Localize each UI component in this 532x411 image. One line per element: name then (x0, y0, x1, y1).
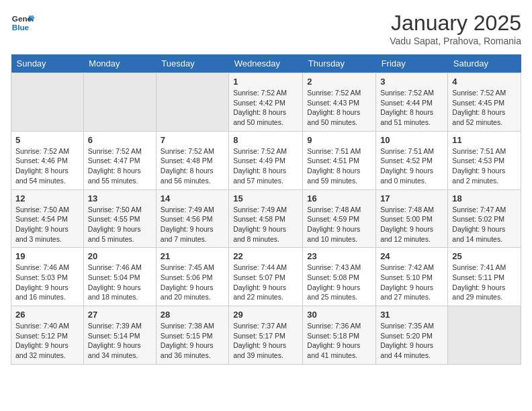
day-number: 13 (88, 193, 152, 203)
day-info: Sunrise: 7:52 AM Sunset: 4:45 PM Dayligh… (452, 88, 517, 128)
calendar-week-1: 1Sunrise: 7:52 AM Sunset: 4:42 PM Daylig… (11, 73, 521, 132)
day-number: 31 (380, 310, 443, 320)
calendar-cell: 30Sunrise: 7:36 AM Sunset: 5:18 PM Dayli… (303, 306, 376, 365)
day-number: 10 (380, 135, 443, 145)
calendar-cell: 13Sunrise: 7:50 AM Sunset: 4:55 PM Dayli… (83, 189, 156, 248)
day-header-friday: Friday (376, 54, 448, 73)
day-number: 14 (161, 193, 224, 203)
day-number: 9 (307, 135, 371, 145)
calendar-cell: 21Sunrise: 7:45 AM Sunset: 5:06 PM Dayli… (156, 248, 228, 306)
day-number: 17 (380, 193, 443, 203)
calendar-cell: 29Sunrise: 7:37 AM Sunset: 5:17 PM Dayli… (229, 306, 303, 365)
day-info: Sunrise: 7:51 AM Sunset: 4:51 PM Dayligh… (307, 146, 371, 186)
calendar-cell: 4Sunrise: 7:52 AM Sunset: 4:45 PM Daylig… (448, 73, 521, 132)
svg-text:Blue: Blue (12, 23, 30, 32)
calendar-cell (11, 73, 84, 132)
day-number: 18 (452, 193, 517, 203)
day-info: Sunrise: 7:35 AM Sunset: 5:20 PM Dayligh… (380, 321, 443, 361)
logo: General Blue (11, 11, 35, 35)
day-number: 21 (161, 251, 224, 261)
calendar-cell: 12Sunrise: 7:50 AM Sunset: 4:54 PM Dayli… (11, 189, 84, 248)
calendar-cell: 23Sunrise: 7:43 AM Sunset: 5:08 PM Dayli… (303, 248, 376, 306)
day-info: Sunrise: 7:49 AM Sunset: 4:56 PM Dayligh… (161, 205, 224, 244)
day-header-monday: Monday (83, 54, 156, 73)
calendar-cell: 16Sunrise: 7:48 AM Sunset: 4:59 PM Dayli… (303, 189, 376, 248)
day-number: 28 (161, 310, 224, 320)
location-subtitle: Vadu Sapat, Prahova, Romania (390, 36, 521, 46)
day-number: 22 (233, 251, 298, 261)
day-info: Sunrise: 7:52 AM Sunset: 4:43 PM Dayligh… (307, 88, 371, 128)
calendar-cell: 17Sunrise: 7:48 AM Sunset: 5:00 PM Dayli… (376, 189, 448, 248)
day-number: 24 (380, 251, 443, 261)
calendar-cell: 31Sunrise: 7:35 AM Sunset: 5:20 PM Dayli… (376, 306, 448, 365)
day-info: Sunrise: 7:40 AM Sunset: 5:12 PM Dayligh… (15, 321, 79, 361)
day-number: 25 (452, 251, 517, 261)
calendar-cell: 7Sunrise: 7:52 AM Sunset: 4:48 PM Daylig… (156, 131, 228, 189)
day-info: Sunrise: 7:52 AM Sunset: 4:49 PM Dayligh… (233, 146, 298, 186)
calendar-cell: 11Sunrise: 7:51 AM Sunset: 4:53 PM Dayli… (448, 131, 521, 189)
day-number: 6 (88, 135, 152, 145)
day-info: Sunrise: 7:52 AM Sunset: 4:48 PM Dayligh… (161, 146, 224, 186)
day-info: Sunrise: 7:52 AM Sunset: 4:42 PM Dayligh… (233, 88, 298, 128)
calendar-cell: 24Sunrise: 7:42 AM Sunset: 5:10 PM Dayli… (376, 248, 448, 306)
month-title: January 2025 (390, 11, 521, 36)
day-header-thursday: Thursday (303, 54, 376, 73)
day-info: Sunrise: 7:50 AM Sunset: 4:54 PM Dayligh… (15, 205, 79, 244)
day-info: Sunrise: 7:48 AM Sunset: 5:00 PM Dayligh… (380, 205, 443, 244)
calendar-table: SundayMondayTuesdayWednesdayThursdayFrid… (11, 54, 521, 365)
calendar-cell: 5Sunrise: 7:52 AM Sunset: 4:46 PM Daylig… (11, 131, 84, 189)
calendar-cell: 20Sunrise: 7:46 AM Sunset: 5:04 PM Dayli… (83, 248, 156, 306)
day-number: 12 (15, 193, 79, 203)
day-number: 15 (233, 193, 298, 203)
day-number: 3 (380, 77, 443, 87)
calendar-cell: 18Sunrise: 7:47 AM Sunset: 5:02 PM Dayli… (448, 189, 521, 248)
day-number: 11 (452, 135, 517, 145)
calendar-cell: 28Sunrise: 7:38 AM Sunset: 5:15 PM Dayli… (156, 306, 228, 365)
day-header-saturday: Saturday (448, 54, 521, 73)
day-info: Sunrise: 7:48 AM Sunset: 4:59 PM Dayligh… (307, 205, 371, 244)
calendar-cell (448, 306, 521, 365)
calendar-cell: 1Sunrise: 7:52 AM Sunset: 4:42 PM Daylig… (229, 73, 303, 132)
calendar-cell: 3Sunrise: 7:52 AM Sunset: 4:44 PM Daylig… (376, 73, 448, 132)
day-number: 5 (15, 135, 79, 145)
calendar-week-3: 12Sunrise: 7:50 AM Sunset: 4:54 PM Dayli… (11, 189, 521, 248)
day-number: 26 (15, 310, 79, 320)
calendar-cell (83, 73, 156, 132)
day-info: Sunrise: 7:46 AM Sunset: 5:03 PM Dayligh… (15, 263, 79, 302)
day-header-wednesday: Wednesday (229, 54, 303, 73)
day-info: Sunrise: 7:45 AM Sunset: 5:06 PM Dayligh… (161, 263, 224, 302)
day-header-sunday: Sunday (11, 54, 84, 73)
calendar-body: 1Sunrise: 7:52 AM Sunset: 4:42 PM Daylig… (11, 73, 521, 365)
calendar-cell: 2Sunrise: 7:52 AM Sunset: 4:43 PM Daylig… (303, 73, 376, 132)
day-info: Sunrise: 7:42 AM Sunset: 5:10 PM Dayligh… (380, 263, 443, 302)
day-number: 23 (307, 251, 371, 261)
calendar-cell: 27Sunrise: 7:39 AM Sunset: 5:14 PM Dayli… (83, 306, 156, 365)
day-number: 29 (233, 310, 298, 320)
day-number: 4 (452, 77, 517, 87)
day-info: Sunrise: 7:41 AM Sunset: 5:11 PM Dayligh… (452, 263, 517, 302)
day-info: Sunrise: 7:43 AM Sunset: 5:08 PM Dayligh… (307, 263, 371, 302)
day-info: Sunrise: 7:51 AM Sunset: 4:52 PM Dayligh… (380, 146, 443, 186)
day-info: Sunrise: 7:52 AM Sunset: 4:44 PM Dayligh… (380, 88, 443, 128)
calendar-week-5: 26Sunrise: 7:40 AM Sunset: 5:12 PM Dayli… (11, 306, 521, 365)
page-header: General Blue January 2025 Vadu Sapat, Pr… (11, 11, 521, 46)
logo-icon: General Blue (11, 11, 35, 35)
title-block: January 2025 Vadu Sapat, Prahova, Romani… (390, 11, 521, 46)
day-info: Sunrise: 7:44 AM Sunset: 5:07 PM Dayligh… (233, 263, 298, 302)
day-info: Sunrise: 7:51 AM Sunset: 4:53 PM Dayligh… (452, 146, 517, 186)
day-info: Sunrise: 7:39 AM Sunset: 5:14 PM Dayligh… (88, 321, 152, 361)
calendar-cell: 6Sunrise: 7:52 AM Sunset: 4:47 PM Daylig… (83, 131, 156, 189)
calendar-cell (156, 73, 228, 132)
day-number: 16 (307, 193, 371, 203)
calendar-cell: 14Sunrise: 7:49 AM Sunset: 4:56 PM Dayli… (156, 189, 228, 248)
day-number: 1 (233, 77, 298, 87)
day-info: Sunrise: 7:37 AM Sunset: 5:17 PM Dayligh… (233, 321, 298, 361)
calendar-week-4: 19Sunrise: 7:46 AM Sunset: 5:03 PM Dayli… (11, 248, 521, 306)
day-info: Sunrise: 7:49 AM Sunset: 4:58 PM Dayligh… (233, 205, 298, 244)
day-info: Sunrise: 7:52 AM Sunset: 4:46 PM Dayligh… (15, 146, 79, 186)
day-header-tuesday: Tuesday (156, 54, 228, 73)
calendar-cell: 22Sunrise: 7:44 AM Sunset: 5:07 PM Dayli… (229, 248, 303, 306)
day-info: Sunrise: 7:52 AM Sunset: 4:47 PM Dayligh… (88, 146, 152, 186)
day-info: Sunrise: 7:38 AM Sunset: 5:15 PM Dayligh… (161, 321, 224, 361)
calendar-header-row: SundayMondayTuesdayWednesdayThursdayFrid… (11, 54, 521, 73)
